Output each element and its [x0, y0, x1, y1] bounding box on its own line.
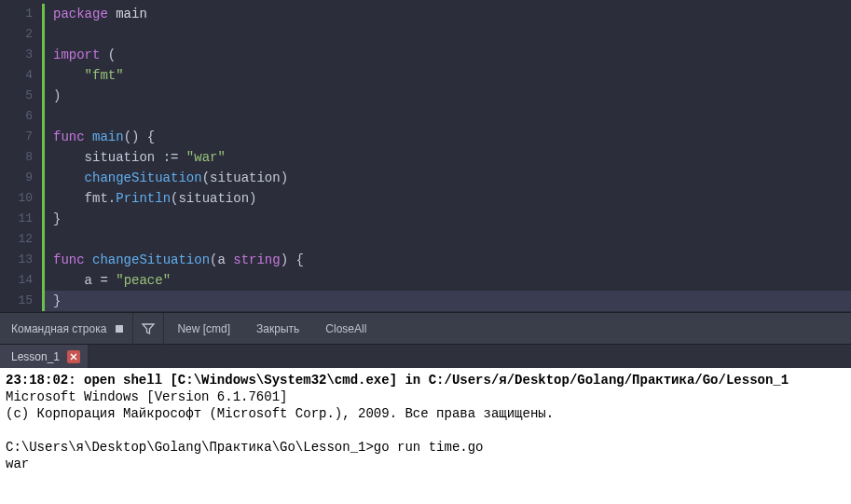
code-line[interactable]: a = "peace": [44, 270, 851, 291]
code-line[interactable]: func main() {: [44, 127, 851, 147]
terminal-line: [6, 422, 845, 439]
line-number: 4: [0, 65, 33, 86]
filter-button[interactable]: [132, 313, 164, 345]
close-icon: [70, 353, 77, 361]
line-number: 3: [0, 45, 33, 65]
line-number: 7: [0, 127, 33, 147]
line-number: 9: [0, 168, 33, 188]
terminal-line: Microsoft Windows [Version 6.1.7601]: [6, 388, 845, 405]
tab-close-button[interactable]: [67, 350, 80, 363]
code-line[interactable]: func changeSituation(a string) {: [44, 250, 851, 270]
close-terminal-button[interactable]: Закрыть: [243, 313, 312, 345]
terminal-tabs: Lesson_1: [0, 344, 851, 368]
line-number: 5: [0, 86, 33, 106]
change-marker: [42, 4, 45, 311]
terminal-line: C:\Users\я\Desktop\Golang\Практика\Go\Le…: [6, 439, 845, 456]
new-terminal-button[interactable]: New [cmd]: [164, 313, 243, 345]
line-number: 2: [0, 24, 33, 45]
code-line[interactable]: [44, 106, 851, 127]
code-line[interactable]: changeSituation(situation): [44, 168, 851, 188]
line-number: 12: [0, 229, 33, 250]
line-number: 14: [0, 270, 33, 291]
terminal-line: (c) Корпорация Майкрософт (Microsoft Cor…: [6, 405, 845, 422]
code-line[interactable]: ): [44, 86, 851, 106]
code-line[interactable]: [44, 229, 851, 250]
code-line[interactable]: package main: [44, 4, 851, 24]
code-line[interactable]: }: [44, 209, 851, 229]
code-line[interactable]: }: [44, 291, 851, 311]
code-line[interactable]: import (: [44, 45, 851, 65]
terminal-output[interactable]: 23:18:02: open shell [C:\Windows\System3…: [0, 368, 851, 504]
code-line[interactable]: [44, 24, 851, 45]
line-number: 1: [0, 4, 33, 24]
code-line[interactable]: situation := "war": [44, 147, 851, 168]
tab-label: Lesson_1: [11, 350, 60, 363]
terminal-line: war: [6, 456, 845, 472]
stop-icon[interactable]: [116, 325, 123, 333]
line-number-gutter: 123456789101112131415: [0, 0, 42, 312]
line-number: 6: [0, 106, 33, 127]
code-area[interactable]: package mainimport ( "fmt")func main() {…: [42, 0, 851, 312]
terminal-toolbar: Командная строка New [cmd] Закрыть Close…: [0, 312, 851, 344]
code-line[interactable]: "fmt": [44, 65, 851, 86]
terminal-line: 23:18:02: open shell [C:\Windows\System3…: [6, 372, 845, 388]
terminal-title: Командная строка: [0, 322, 116, 335]
line-number: 11: [0, 209, 33, 229]
filter-icon: [141, 321, 156, 336]
code-editor[interactable]: 123456789101112131415 package mainimport…: [0, 0, 851, 312]
code-line[interactable]: fmt.Println(situation): [44, 188, 851, 209]
line-number: 10: [0, 188, 33, 209]
line-number: 8: [0, 147, 33, 168]
close-all-button[interactable]: CloseAll: [312, 313, 379, 345]
line-number: 13: [0, 250, 33, 270]
line-number: 15: [0, 291, 33, 311]
terminal-tab[interactable]: Lesson_1: [0, 345, 89, 368]
